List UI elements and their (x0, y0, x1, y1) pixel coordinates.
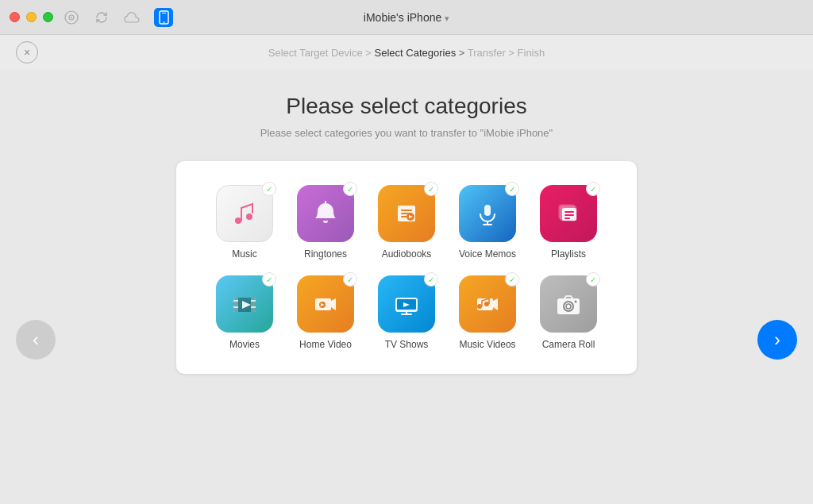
check-badge: ✓ (505, 272, 519, 287)
svg-rect-10 (484, 205, 491, 216)
category-icon-wrapper: ✓ (540, 275, 597, 333)
category-label: Voice Memos (459, 248, 516, 260)
category-item-musicvideos[interactable]: ✓ Music Videos (451, 275, 524, 350)
category-label: Playlists (551, 248, 586, 260)
breadcrumb-step2: Select Categories (375, 47, 457, 59)
category-label: Music (232, 248, 256, 260)
check-badge: ✓ (586, 272, 600, 287)
check-badge: ✓ (343, 182, 357, 196)
nav-prev-button[interactable]: ‹ (16, 320, 56, 360)
nav-next-button[interactable]: › (757, 320, 797, 360)
svg-marker-40 (493, 298, 498, 310)
category-icon-wrapper: ✓ (216, 275, 273, 333)
check-badge: ✓ (262, 182, 276, 196)
breadcrumb-bar: × Select Target Device > Select Categori… (0, 35, 813, 70)
check-badge: ✓ (343, 272, 357, 287)
chevron-left-icon: ‹ (33, 330, 39, 349)
category-icon-wrapper: ✓ (378, 275, 435, 333)
category-item-tvshows[interactable]: ✓ TV Shows (370, 275, 443, 350)
svg-rect-24 (251, 298, 256, 312)
category-item-playlists[interactable]: ✓ Playlists (532, 185, 605, 260)
category-item-cameraroll[interactable]: ✓ Camera Roll (532, 275, 605, 350)
svg-point-44 (575, 301, 577, 303)
category-item-audiobooks[interactable]: ✓ Audiobooks (370, 185, 443, 260)
category-label: Music Videos (459, 339, 515, 350)
title-bar: iMobie's iPhone ▾ (0, 0, 813, 35)
chevron-right-icon: › (774, 330, 780, 349)
breadcrumb-step4: Finish (518, 47, 545, 59)
check-badge: ✓ (262, 272, 276, 287)
check-badge: ✓ (505, 182, 519, 196)
refresh-icon (94, 10, 110, 25)
category-label: Movies (229, 339, 260, 350)
category-icon-wrapper: ✓ (459, 275, 516, 333)
category-item-music[interactable]: ✓ Music (208, 185, 281, 260)
category-icon-wrapper: ✓ (297, 275, 354, 333)
category-label: Home Video (299, 339, 352, 350)
category-label: TV Shows (385, 339, 429, 350)
category-icon-wrapper: ✓ (216, 185, 273, 242)
check-badge: ✓ (586, 182, 600, 196)
breadcrumb: Select Target Device > Select Categories… (268, 47, 545, 59)
page-title: Please select categories (286, 94, 527, 119)
category-label: Camera Roll (542, 339, 595, 350)
category-grid: ✓ Music ✓ Ringtones ✓ Audiobooks (208, 185, 605, 350)
svg-rect-23 (233, 298, 238, 312)
category-icon-wrapper: ✓ (540, 185, 597, 242)
breadcrumb-step1: Select Target Device (268, 47, 363, 59)
svg-point-2 (71, 17, 72, 18)
category-label: Audiobooks (382, 248, 432, 260)
category-container: ✓ Music ✓ Ringtones ✓ Audiobooks (176, 161, 637, 374)
category-item-movies[interactable]: ✓ Movies (208, 275, 281, 350)
device-icon[interactable] (154, 8, 173, 27)
category-item-homevideo[interactable]: ✓ Home Video (289, 275, 362, 350)
category-icon-wrapper: ✓ (297, 185, 354, 242)
music-icon (64, 10, 79, 25)
check-badge: ✓ (424, 272, 438, 287)
fullscreen-traffic-light[interactable] (43, 12, 53, 22)
svg-marker-31 (331, 298, 336, 310)
title-bar-icons (64, 8, 173, 27)
page-subtitle: Please select categories you want to tra… (260, 127, 553, 139)
category-label: Ringtones (304, 248, 347, 260)
close-button[interactable]: × (16, 41, 38, 63)
category-item-voicememos[interactable]: ✓ Voice Memos (451, 185, 524, 260)
traffic-lights (10, 12, 53, 22)
breadcrumb-step3: Transfer (468, 47, 506, 59)
svg-point-5 (163, 21, 164, 23)
category-icon-wrapper: ✓ (459, 185, 516, 242)
minimize-traffic-light[interactable] (26, 12, 37, 22)
category-icon-wrapper: ✓ (378, 185, 435, 242)
window-title: iMobie's iPhone ▾ (364, 11, 449, 24)
main-content: Please select categories Please select c… (0, 70, 813, 374)
category-item-ringtones[interactable]: ✓ Ringtones (289, 185, 362, 260)
check-badge: ✓ (424, 182, 438, 196)
close-traffic-light[interactable] (10, 12, 20, 22)
cloud-icon (124, 10, 140, 25)
